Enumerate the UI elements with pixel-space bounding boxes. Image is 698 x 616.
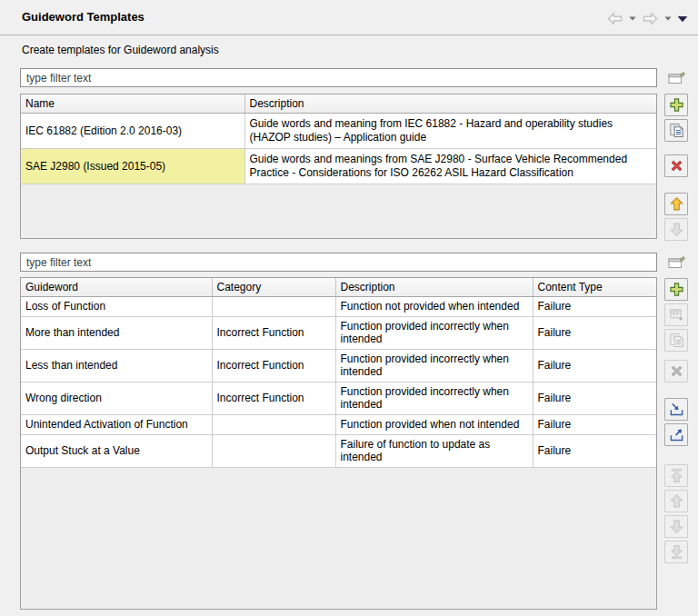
view-toolbar [606, 12, 688, 25]
plus-icon [669, 282, 684, 297]
header-divider [0, 35, 698, 35]
bottom-arrow-icon [669, 544, 684, 560]
category-cell[interactable] [212, 297, 335, 317]
guideword-row[interactable]: Wrong direction Incorrect Function Funct… [21, 383, 656, 415]
add-template-button[interactable] [664, 94, 688, 116]
move-guideword-top-button [664, 464, 688, 487]
move-template-up-button[interactable] [664, 193, 688, 215]
delete-template-button[interactable] [664, 154, 688, 177]
import-icon [669, 402, 684, 417]
guideword-row[interactable]: Less than intended Incorrect Function Fu… [21, 350, 656, 383]
category-cell[interactable]: Incorrect Function [212, 317, 335, 350]
back-history-button[interactable] [629, 16, 636, 21]
templates-header-row: Name Description [21, 94, 656, 114]
category-cell[interactable]: Incorrect Function [212, 383, 335, 415]
guideword-cell[interactable]: Loss of Function [21, 297, 212, 317]
add-guideword-table-button [664, 303, 688, 326]
guideword-cell[interactable]: More than intended [21, 317, 212, 350]
content-type-cell[interactable]: Failure [533, 350, 656, 383]
column-header-description[interactable]: Description [335, 278, 533, 297]
back-button[interactable] [606, 12, 623, 25]
template-row[interactable]: IEC 61882 (Edition 2.0 2016-03) Guide wo… [21, 114, 656, 149]
column-header-guideword[interactable]: Guideword [21, 278, 212, 297]
chevron-down-icon [664, 16, 672, 21]
category-cell[interactable]: Incorrect Function [212, 350, 335, 383]
guidewords-table: Guideword Category Description Content T… [20, 277, 657, 610]
window-edit-icon [667, 69, 687, 86]
table-plus-icon [669, 307, 684, 323]
template-filter-input[interactable] [20, 68, 657, 87]
move-guideword-up-button [664, 490, 688, 512]
description-cell[interactable]: Function provided when not intended [335, 415, 533, 435]
guideword-cell[interactable]: Wrong direction [21, 383, 212, 415]
move-guideword-bottom-button [664, 541, 688, 563]
guideword-cell[interactable]: Less than intended [21, 350, 212, 383]
content-type-cell[interactable]: Failure [533, 435, 656, 468]
move-guideword-down-button [664, 515, 688, 538]
category-cell[interactable] [212, 415, 335, 435]
content-type-cell[interactable]: Failure [533, 317, 656, 350]
description-cell[interactable]: Function provided incorrectly when inten… [335, 350, 533, 383]
down-arrow-icon [669, 519, 684, 534]
guideword-filter-input[interactable] [20, 253, 657, 272]
copy-icon [669, 123, 684, 138]
guidewords-header-row: Guideword Category Description Content T… [21, 278, 656, 297]
description-cell[interactable]: Function not provided when intended [335, 297, 533, 317]
view-menu-icon [677, 15, 688, 23]
guideword-row[interactable]: Output Stuck at a Value Failure of funct… [21, 435, 656, 468]
content-type-cell[interactable]: Failure [533, 383, 656, 415]
content-type-cell[interactable]: Failure [533, 297, 656, 317]
guideword-cell[interactable]: Output Stuck at a Value [21, 435, 212, 468]
template-name-cell[interactable]: SAE J2980 (Issued 2015-05) [21, 149, 244, 184]
column-header-description[interactable]: Description [244, 94, 656, 114]
copy-template-button[interactable] [664, 119, 688, 142]
content-type-cell[interactable]: Failure [533, 415, 656, 435]
delete-x-icon [669, 158, 684, 174]
forward-arrow-icon [642, 12, 659, 25]
category-cell[interactable] [212, 435, 335, 468]
templates-table: Name Description IEC 61882 (Edition 2.0 … [20, 94, 657, 239]
back-arrow-icon [606, 12, 623, 25]
template-row[interactable]: SAE J2980 (Issued 2015-05) Guide words a… [21, 149, 656, 184]
description-cell[interactable]: Failure of function to update as intende… [335, 435, 533, 468]
guideword-cell[interactable]: Unintended Activation of Function [21, 415, 212, 435]
guideword-row[interactable]: Unintended Activation of Function Functi… [21, 415, 656, 435]
template-name-cell[interactable]: IEC 61882 (Edition 2.0 2016-03) [21, 114, 244, 149]
add-guideword-button[interactable] [664, 278, 688, 301]
delete-x-icon [669, 363, 684, 379]
up-arrow-icon [669, 196, 684, 212]
template-description-cell[interactable]: Guide words and meanings from SAE J2980 … [244, 149, 656, 184]
down-arrow-icon [669, 222, 684, 237]
view-menu-button[interactable] [677, 15, 688, 23]
guideword-templates-view: Guideword Templates Create templates for… [0, 0, 698, 616]
description-cell[interactable]: Function provided incorrectly when inten… [335, 317, 533, 350]
import-guidewords-button[interactable] [664, 398, 688, 421]
copy-icon [669, 333, 684, 348]
guideword-filter-options-button[interactable] [665, 253, 688, 272]
delete-guideword-button [664, 360, 688, 383]
chevron-down-icon [629, 16, 636, 21]
export-icon [669, 427, 684, 442]
column-header-content-type[interactable]: Content Type [533, 278, 656, 297]
move-template-down-button [664, 218, 688, 241]
guideword-row[interactable]: Loss of Function Function not provided w… [21, 297, 656, 317]
window-edit-icon [667, 253, 687, 271]
column-header-category[interactable]: Category [212, 278, 335, 297]
description-cell[interactable]: Function provided incorrectly when inten… [335, 383, 533, 415]
up-arrow-icon [669, 493, 684, 509]
forward-button[interactable] [642, 12, 659, 25]
forward-history-button[interactable] [664, 16, 672, 21]
copy-guideword-button [664, 329, 688, 352]
guideword-row[interactable]: More than intended Incorrect Function Fu… [21, 317, 656, 350]
export-guidewords-button[interactable] [664, 423, 688, 446]
top-arrow-icon [669, 468, 684, 483]
template-description-cell[interactable]: Guide words and meaning from IEC 61882 -… [244, 114, 656, 149]
template-filter-options-button[interactable] [665, 68, 688, 87]
plus-icon [669, 97, 684, 113]
page-title: Guideword Templates [22, 10, 145, 24]
column-header-name[interactable]: Name [21, 94, 244, 114]
page-description: Create templates for Guideword analysis [22, 44, 219, 56]
